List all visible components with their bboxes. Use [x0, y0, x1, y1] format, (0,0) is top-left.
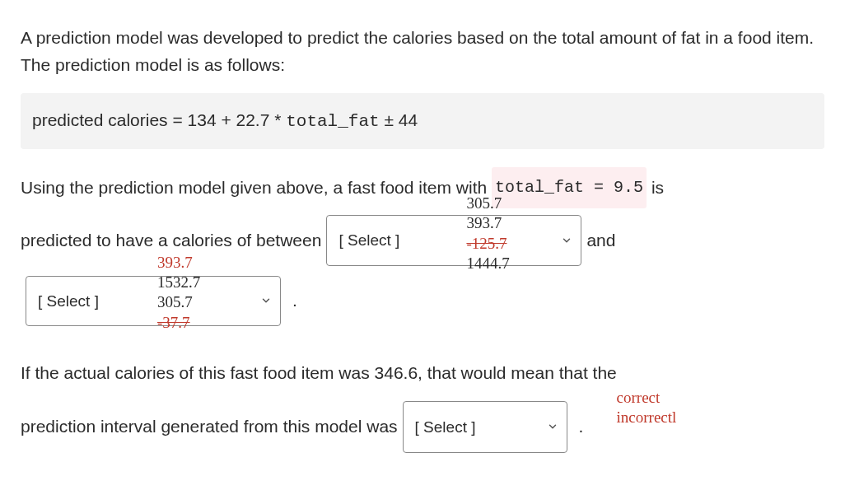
- select2-option: 305.7: [157, 292, 200, 312]
- select1-option: -125.7: [466, 234, 509, 254]
- select2-placeholder: [ Select ]: [38, 282, 99, 320]
- q1-text-part1: Using the prediction model given above, …: [21, 167, 487, 208]
- question-body: Using the prediction model given above, …: [21, 167, 824, 454]
- q1-line2: predicted to have a calories of between …: [21, 215, 824, 266]
- select1-dropdown[interactable]: [ Select ]: [326, 215, 581, 266]
- q1-and-text: and: [586, 220, 615, 261]
- select2-option: -37.7: [157, 313, 200, 333]
- q1-line3: [ Select ] 393.7 1532.7 305.7 -37.7 .: [21, 276, 824, 327]
- select2-option: 1532.7: [157, 273, 200, 292]
- q2-line1: If the actual calories of this fast food…: [21, 352, 824, 394]
- select1-option: 393.7: [466, 213, 509, 233]
- select3-option: correct: [617, 388, 677, 408]
- select2-wrap: [ Select ] 393.7 1532.7 305.7 -37.7: [26, 276, 281, 327]
- select1-option: 1444.7: [466, 254, 509, 273]
- formula-box: predicted calories = 134 + 22.7 * total_…: [21, 93, 824, 149]
- inline-code-totalfat: total_fat = 9.5: [492, 167, 647, 208]
- q1-text-part2: is: [651, 167, 664, 208]
- select1-placeholder: [ Select ]: [338, 222, 399, 259]
- intro-text: A prediction model was developed to pred…: [21, 25, 824, 78]
- q1-line1: Using the prediction model given above, …: [21, 167, 824, 208]
- select3-option: incorrectl: [617, 408, 677, 427]
- q2-line2: prediction interval generated from this …: [21, 401, 824, 454]
- chevron-down-icon: [547, 421, 558, 432]
- formula-prefix: predicted calories = 134 + 22.7 *: [32, 110, 286, 129]
- select2-options-overlay: 393.7 1532.7 305.7 -37.7: [157, 253, 200, 333]
- q2-text-line1: If the actual calories of this fast food…: [21, 352, 617, 394]
- chevron-down-icon: [260, 295, 272, 306]
- select3-placeholder: [ Select ]: [415, 408, 476, 446]
- select1-wrap: [ Select ] 305.7 393.7 -125.7 1444.7: [326, 215, 581, 266]
- formula-suffix: ± 44: [380, 110, 418, 129]
- select2-dropdown[interactable]: [ Select ]: [26, 276, 281, 327]
- formula-variable: total_fat: [286, 112, 379, 131]
- q1-period: .: [292, 280, 297, 321]
- q2-period: .: [579, 406, 584, 447]
- select2-option: 393.7: [157, 253, 200, 273]
- select1-options-overlay: 305.7 393.7 -125.7 1444.7: [466, 194, 509, 273]
- chevron-down-icon: [561, 235, 572, 246]
- select3-options-overlay: correct incorrectl: [617, 388, 677, 428]
- q2-line2-prefix: prediction interval generated from this …: [21, 406, 398, 447]
- select3-dropdown[interactable]: [ Select ]: [403, 401, 567, 454]
- select1-option: 305.7: [466, 194, 509, 213]
- select3-wrap: [ Select ] correct incorrectl: [403, 401, 567, 454]
